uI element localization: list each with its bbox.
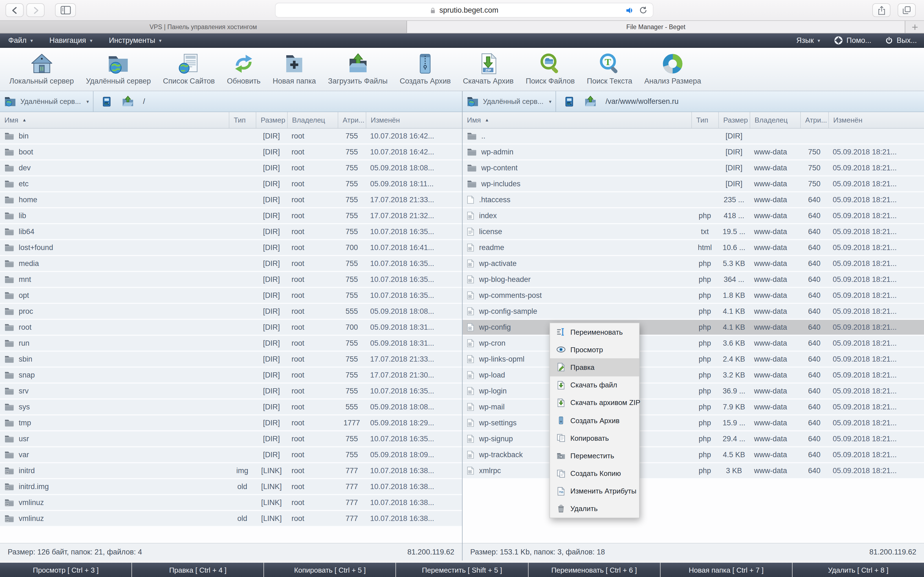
table-row[interactable]: wp-links-opmlphp2.4 KBwww-data64005.09.2… bbox=[462, 352, 924, 367]
toolbar-remote-server[interactable]: Удалённый сервер bbox=[80, 52, 157, 85]
table-row[interactable]: etc[DIR]root75505.09.2018 18:11... bbox=[0, 176, 462, 192]
table-row[interactable]: media[DIR]root75510.07.2018 16:35... bbox=[0, 256, 462, 272]
menu-navigation[interactable]: Навигация▾ bbox=[41, 34, 100, 47]
browser-forward-button[interactable] bbox=[26, 3, 45, 17]
menu-language[interactable]: Язык▾ bbox=[789, 34, 827, 47]
toolbar-search-files[interactable]: Поиск Файлов bbox=[520, 52, 581, 85]
table-row[interactable]: readmehtml10.6 ...www-data64005.09.2018 … bbox=[462, 240, 924, 256]
table-row[interactable]: wp-settingsphp15.9 ...www-data64005.09.2… bbox=[462, 416, 924, 431]
ctx-view[interactable]: Просмотр bbox=[550, 341, 639, 358]
action-edit[interactable]: Правка [ Ctrl + 4 ] bbox=[132, 563, 264, 577]
table-row[interactable]: opt[DIR]root75510.07.2018 16:35... bbox=[0, 288, 462, 304]
storage-button[interactable] bbox=[99, 94, 115, 109]
table-row[interactable]: lib[DIR]root75517.07.2018 21:32... bbox=[0, 208, 462, 224]
table-row[interactable]: wp-config-samplephp4.1 KBwww-data64005.0… bbox=[462, 304, 924, 320]
ctx-move[interactable]: Переместить bbox=[550, 447, 639, 465]
column-header-modified[interactable]: Изменён bbox=[828, 112, 924, 128]
column-header-type[interactable]: Тип bbox=[229, 112, 256, 128]
table-row[interactable]: wp-includes[DIR]www-data75005.09.2018 18… bbox=[462, 176, 924, 192]
action-new-folder[interactable]: Новая папка [ Ctrl + 7 ] bbox=[660, 563, 792, 577]
menu-tools[interactable]: Инструменты▾ bbox=[101, 34, 170, 47]
column-header-type[interactable]: Тип bbox=[691, 112, 718, 128]
column-header-name[interactable]: Имя▲ bbox=[462, 112, 691, 128]
toolbar-create-archive[interactable]: Создать Архив bbox=[394, 52, 457, 85]
table-row[interactable]: run[DIR]root75505.09.2018 18:31... bbox=[0, 336, 462, 352]
toolbar-download-archive[interactable]: ZIPСкачать Архив bbox=[457, 52, 520, 85]
audio-icon[interactable] bbox=[625, 6, 634, 14]
column-header-owner[interactable]: Владелец bbox=[287, 112, 338, 128]
table-row[interactable]: bin[DIR]root75510.07.2018 16:42... bbox=[0, 129, 462, 145]
new-tab-button[interactable] bbox=[905, 21, 924, 33]
action-delete[interactable]: Удалить [ Ctrl + 8 ] bbox=[793, 563, 924, 577]
table-row[interactable]: boot[DIR]root75510.07.2018 16:42... bbox=[0, 145, 462, 160]
table-row[interactable]: vmlinuzold[LINK]root77710.07.2018 16:38.… bbox=[0, 511, 462, 527]
column-header-attrs[interactable]: Атри... bbox=[338, 112, 366, 128]
table-row[interactable]: sbin[DIR]root75517.07.2018 21:33... bbox=[0, 352, 462, 367]
table-row[interactable]: proc[DIR]root55505.09.2018 18:08... bbox=[0, 304, 462, 320]
table-row[interactable]: .htaccess235 ...www-data64005.09.2018 18… bbox=[462, 192, 924, 208]
ctx-download-zip[interactable]: Скачать архивом ZIP bbox=[550, 394, 639, 412]
server-selector[interactable]: Удалённый серв... ▾ bbox=[462, 91, 556, 111]
table-row[interactable]: var[DIR]root75505.09.2018 18:09... bbox=[0, 447, 462, 463]
column-header-attrs[interactable]: Атри... bbox=[800, 112, 828, 128]
server-selector[interactable]: Удалённый серв... ▾ bbox=[0, 91, 93, 111]
ctx-delete[interactable]: Удалить bbox=[550, 500, 639, 517]
table-row[interactable]: tmp[DIR]root177705.09.2018 18:29... bbox=[0, 416, 462, 431]
ctx-download-file[interactable]: Скачать файл bbox=[550, 376, 639, 394]
table-row[interactable]: sys[DIR]root55505.09.2018 18:08... bbox=[0, 400, 462, 416]
table-row[interactable]: home[DIR]root75517.07.2018 21:33... bbox=[0, 192, 462, 208]
action-rename[interactable]: Переименовать [ Ctrl + 6 ] bbox=[528, 563, 660, 577]
tab-file-manager[interactable]: File Manager - Beget bbox=[407, 21, 905, 33]
menu-help[interactable]: Помо... bbox=[827, 34, 879, 47]
table-row[interactable]: wp-blog-headerphp364 ...www-data64005.09… bbox=[462, 272, 924, 288]
tab-vps-panel[interactable]: VPS | Панель управления хостингом bbox=[0, 21, 407, 33]
table-row[interactable]: wp-content[DIR]www-data75005.09.2018 18:… bbox=[462, 160, 924, 176]
browser-sidebar-button[interactable] bbox=[55, 3, 76, 17]
table-row[interactable]: wp-configphp4.1 KBwww-data64005.09.2018 … bbox=[462, 320, 924, 336]
toolbar-upload-files[interactable]: Загрузить Файлы bbox=[322, 52, 394, 85]
action-move[interactable]: Переместить [ Shift + 5 ] bbox=[396, 563, 528, 577]
table-row[interactable]: wp-loadphp3.2 KBwww-data64005.09.2018 18… bbox=[462, 367, 924, 384]
table-row[interactable]: wp-mailphp7.9 KBwww-data64005.09.2018 18… bbox=[462, 400, 924, 416]
table-row[interactable]: lost+found[DIR]root70010.07.2018 16:41..… bbox=[0, 240, 462, 256]
ctx-edit[interactable]: Правка bbox=[550, 359, 639, 376]
table-row[interactable]: lib64[DIR]root75510.07.2018 16:35... bbox=[0, 224, 462, 240]
table-row[interactable]: srv[DIR]root75510.07.2018 16:35... bbox=[0, 384, 462, 400]
toolbar-site-list[interactable]: Список Сайтов bbox=[157, 52, 221, 85]
up-directory-button[interactable] bbox=[582, 94, 598, 109]
toolbar-refresh[interactable]: Обновить bbox=[221, 52, 267, 85]
browser-share-button[interactable] bbox=[872, 3, 890, 17]
table-row[interactable]: vmlinuz[LINK]root77710.07.2018 16:38... bbox=[0, 495, 462, 511]
toolbar-search-text[interactable]: TПоиск Текста bbox=[581, 52, 638, 85]
toolbar-size-analysis[interactable]: Анализ Размера bbox=[638, 52, 707, 85]
table-row[interactable]: wp-trackbackphp4.5 KBwww-data64005.09.20… bbox=[462, 447, 924, 463]
column-header-size[interactable]: Размер bbox=[256, 112, 287, 128]
column-header-modified[interactable]: Изменён bbox=[366, 112, 462, 128]
table-row[interactable]: wp-signupphp29.4 ...www-data64005.09.201… bbox=[462, 431, 924, 447]
table-row[interactable]: wp-loginphp36.9 ...www-data64005.09.2018… bbox=[462, 384, 924, 400]
table-row[interactable]: ..[DIR] bbox=[462, 129, 924, 145]
column-header-name[interactable]: Имя▲ bbox=[0, 112, 229, 128]
table-row[interactable]: dev[DIR]root75505.09.2018 18:08... bbox=[0, 160, 462, 176]
table-row[interactable]: xmlrpcphp3 KBwww-data64005.09.2018 18:21… bbox=[462, 463, 924, 479]
address-bar[interactable]: sprutio.beget.com bbox=[275, 3, 653, 18]
table-row[interactable]: usr[DIR]root75510.07.2018 16:35... bbox=[0, 431, 462, 447]
ctx-create-archive[interactable]: Создать Архив bbox=[550, 412, 639, 429]
browser-tabs-overview-button[interactable] bbox=[898, 3, 916, 17]
table-row[interactable]: indexphp418 ...www-data64005.09.2018 18:… bbox=[462, 208, 924, 224]
table-row[interactable]: wp-activatephp5.3 KBwww-data64005.09.201… bbox=[462, 256, 924, 272]
toolbar-local-server[interactable]: Локальный сервер bbox=[3, 52, 80, 85]
table-row[interactable]: initrdimg[LINK]root77710.07.2018 16:38..… bbox=[0, 463, 462, 479]
table-row[interactable]: mnt[DIR]root75510.07.2018 16:35... bbox=[0, 272, 462, 288]
table-row[interactable]: wp-admin[DIR]www-data75005.09.2018 18:21… bbox=[462, 145, 924, 160]
table-row[interactable]: snap[DIR]root75517.07.2018 21:30... bbox=[0, 367, 462, 384]
ctx-duplicate[interactable]: Создать Копию bbox=[550, 465, 639, 482]
menu-file[interactable]: Файл▾ bbox=[0, 34, 41, 47]
table-row[interactable]: root[DIR]root70005.09.2018 18:31... bbox=[0, 320, 462, 336]
up-directory-button[interactable] bbox=[120, 94, 135, 109]
table-row[interactable]: initrd.imgold[LINK]root77710.07.2018 16:… bbox=[0, 479, 462, 495]
ctx-copy[interactable]: Копировать bbox=[550, 429, 639, 447]
toolbar-new-folder[interactable]: Новая папка bbox=[267, 52, 322, 85]
ctx-rename[interactable]: Переименовать bbox=[550, 323, 639, 341]
ctx-attributes[interactable]: 755Изменить Атрибуты bbox=[550, 482, 639, 500]
